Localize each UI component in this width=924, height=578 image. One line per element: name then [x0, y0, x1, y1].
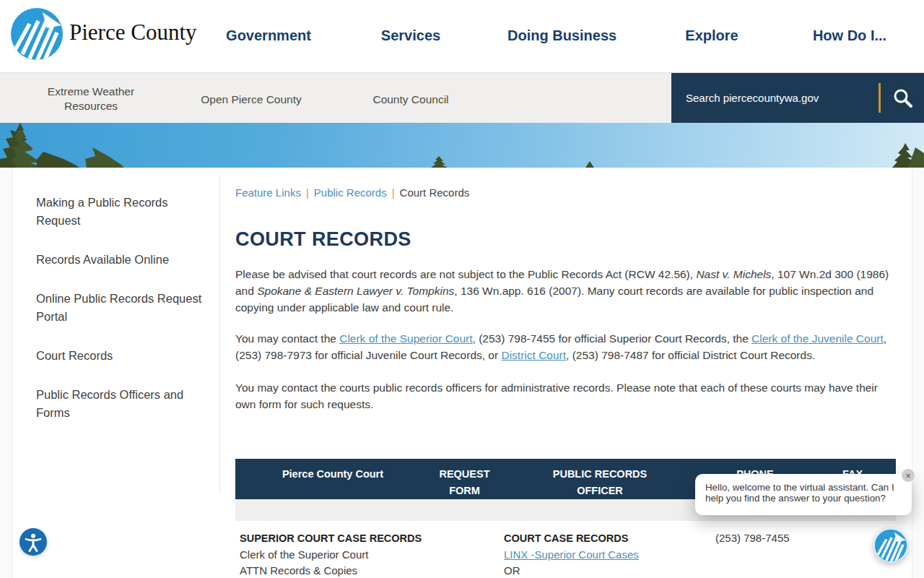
p1-text: Please be advised that court records are…	[235, 268, 696, 280]
breadcrumb-current: Court Records	[400, 186, 470, 199]
court-title: SUPERIOR COURT CASE RECORDS	[240, 530, 430, 547]
officer-or: OR	[504, 563, 701, 578]
sidebar-item-request-portal[interactable]: Online Public Records Request Portal	[12, 290, 204, 326]
content-container: Making a Public Records Request Records …	[12, 168, 912, 578]
nav-services[interactable]: Services	[367, 27, 454, 44]
subnav-county-council[interactable]: County Council	[346, 92, 476, 107]
hero-banner-image	[0, 123, 924, 168]
search-divider	[879, 83, 881, 113]
p1-case-citation: Nast v. Michels	[696, 268, 771, 280]
paragraph-contacts: You may contact the Clerk of the Superio…	[235, 330, 896, 363]
brand-name: Pierce County	[69, 20, 197, 46]
nav-explore[interactable]: Explore	[668, 27, 755, 44]
p2-text: You may contact the	[235, 332, 339, 345]
nav-doing-business[interactable]: Doing Business	[507, 27, 616, 44]
cell-request-form	[430, 521, 499, 578]
paragraph-records-act: Please be advised that court records are…	[235, 266, 896, 316]
nav-government[interactable]: Government	[225, 27, 312, 44]
site-header: Pierce County Government Services Doing …	[0, 0, 924, 73]
breadcrumb-separator: |	[306, 186, 309, 199]
col-header-officer: PUBLIC RECORDS OFFICER	[499, 459, 701, 499]
col-header-request-form: REQUEST FORM	[430, 459, 499, 499]
link-clerk-juvenile-court[interactable]: Clerk of the Juvenile Court	[751, 332, 884, 345]
virtual-assistant-bubble: Hello, welcome to the virtual assistant.…	[695, 474, 912, 515]
court-line: Clerk of the Superior Court	[240, 547, 430, 564]
cell-court: SUPERIOR COURT CASE RECORDS Clerk of the…	[235, 521, 430, 578]
pierce-county-logo-icon[interactable]	[11, 8, 63, 60]
sidebar-divider	[219, 175, 220, 493]
cell-phone: (253) 798-7455	[701, 521, 809, 578]
breadcrumb-public-records[interactable]: Public Records	[314, 186, 387, 199]
p2-text: , (253) 798-7487 for official District C…	[566, 349, 815, 361]
hero-trees	[0, 123, 924, 168]
link-clerk-superior-court[interactable]: Clerk of the Superior Court	[339, 332, 472, 345]
breadcrumb: Feature Links|Public Records|Court Recor…	[235, 186, 469, 199]
sidebar-item-officers-forms[interactable]: Public Records Officers and Forms	[12, 386, 204, 422]
main-content: Feature Links|Public Records|Court Recor…	[235, 168, 896, 578]
subnav-extreme-weather[interactable]: Extreme Weather Resources	[30, 85, 152, 113]
col-header-court: Pierce County Court	[235, 459, 430, 499]
search-band	[671, 73, 924, 123]
page-title: COURT RECORDS	[235, 228, 411, 251]
virtual-assistant-avatar[interactable]	[873, 528, 908, 563]
col-header-officer-label: PUBLIC RECORDS OFFICER	[546, 466, 654, 499]
table-row: SUPERIOR COURT CASE RECORDS Clerk of the…	[235, 521, 896, 578]
officer-title: COURT CASE RECORDS	[504, 530, 701, 547]
sidebar-item-making-request[interactable]: Making a Public Records Request	[12, 194, 204, 230]
p1-case-citation: Spokane & Eastern Lawyer v. Tompkins	[257, 285, 454, 297]
paragraph-officers: You may contact the courts public record…	[235, 379, 896, 413]
breadcrumb-feature-links[interactable]: Feature Links	[235, 186, 301, 199]
sidebar-item-court-records[interactable]: Court Records	[12, 347, 204, 365]
link-district-court[interactable]: District Court	[501, 349, 566, 361]
subnav-open-pierce-county[interactable]: Open Pierce County	[186, 92, 316, 107]
close-icon[interactable]: ×	[902, 469, 915, 482]
sidebar-menu: Making a Public Records Request Records …	[12, 194, 219, 443]
search-input[interactable]	[686, 73, 873, 123]
accessibility-icon[interactable]	[19, 528, 47, 556]
p2-text: , (253) 798-7455 for official Superior C…	[473, 332, 752, 345]
nav-how-do-i[interactable]: How Do I...	[806, 27, 893, 44]
cell-officer: COURT CASE RECORDS LINX -Superior Court …	[499, 521, 701, 578]
sidebar-item-records-online[interactable]: Records Available Online	[12, 251, 204, 269]
link-linx-superior-court-cases[interactable]: LINX -Superior Court Cases	[504, 548, 639, 561]
court-line: ATTN Records & Copies	[240, 563, 430, 578]
search-icon[interactable]	[891, 87, 915, 111]
breadcrumb-separator: |	[392, 186, 395, 199]
